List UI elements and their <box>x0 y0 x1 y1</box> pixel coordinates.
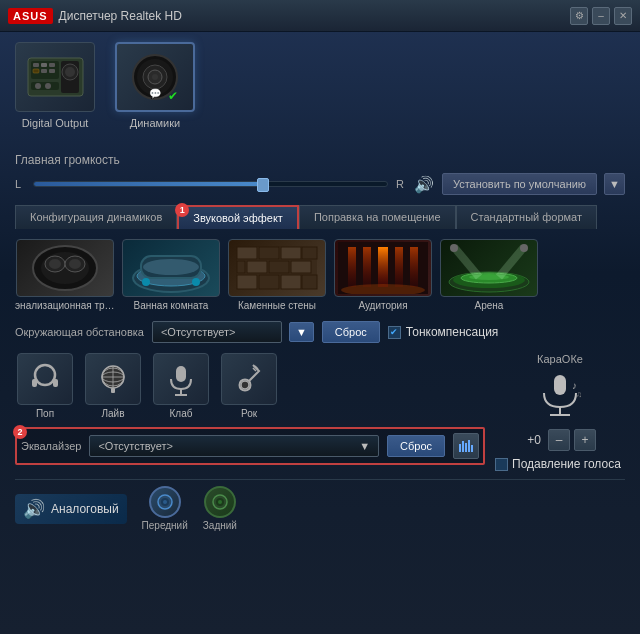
bottom-back[interactable]: Задний <box>203 486 237 531</box>
genre-live-label: Лайв <box>101 408 124 419</box>
settings-button[interactable]: ⚙ <box>570 7 588 25</box>
device-speakers[interactable]: 💬 ✔ Динамики <box>115 42 195 129</box>
environment-dropdown-arrow[interactable]: ▼ <box>289 322 314 342</box>
svg-rect-50 <box>395 247 403 287</box>
digital-output-svg <box>23 50 88 105</box>
effect-auditorium-label: Аудитория <box>333 300 433 311</box>
svg-point-31 <box>142 278 150 286</box>
equalizer-dropdown[interactable]: <Отсутствует> ▼ <box>89 435 379 457</box>
suppress-checkbox-row[interactable]: Подавление голоса <box>495 457 625 471</box>
front-label: Передний <box>142 520 188 531</box>
title-bar: ASUS Диспетчер Realtek HD ⚙ – ✕ <box>0 0 640 32</box>
svg-point-10 <box>65 67 75 77</box>
genre-club[interactable]: Клаб <box>151 353 211 419</box>
suppress-label: Подавление голоса <box>512 457 621 471</box>
equalizer-reset-btn[interactable]: Сброс <box>387 435 445 457</box>
genre-live[interactable]: Лайв <box>83 353 143 419</box>
eq-number-badge: 2 <box>13 425 27 439</box>
svg-point-91 <box>218 500 222 504</box>
karaoke-section: КараОКе ♪ ♫ +0 – + П <box>495 353 625 471</box>
effect-auditorium-svg <box>338 242 428 294</box>
equalizer-dropdown-arrow: ▼ <box>359 440 370 452</box>
asus-logo-text: ASUS <box>8 8 53 24</box>
close-button[interactable]: ✕ <box>614 7 632 25</box>
svg-rect-38 <box>247 261 267 273</box>
effect-arena-label: Арена <box>439 300 539 311</box>
tab-format-label: Стандартный формат <box>471 211 582 223</box>
back-label: Задний <box>203 520 237 531</box>
tab-effect-number: 1 <box>175 203 189 217</box>
effect-arena[interactable]: Арена <box>439 239 539 311</box>
app-title: Диспетчер Realtek HD <box>59 9 570 23</box>
genre-rock-icon <box>221 353 277 405</box>
karaoke-icon-area: ♪ ♫ <box>495 371 625 423</box>
svg-line-57 <box>454 247 479 277</box>
device-digital-icon <box>15 42 95 112</box>
minimize-button[interactable]: – <box>592 7 610 25</box>
bottom-front[interactable]: Передний <box>142 486 188 531</box>
svg-rect-40 <box>291 261 311 273</box>
genre-club-icon <box>153 353 209 405</box>
genre-club-label: Клаб <box>170 408 193 419</box>
karaoke-mic-svg: ♪ ♫ <box>530 371 590 423</box>
effect-auditorium[interactable]: Аудитория <box>333 239 433 311</box>
svg-rect-5 <box>33 69 39 73</box>
tab-room[interactable]: Поправка на помещение <box>299 205 456 229</box>
svg-rect-42 <box>237 275 257 289</box>
device-digital-output[interactable]: Digital Output <box>15 42 95 129</box>
svg-rect-51 <box>410 247 418 287</box>
svg-rect-44 <box>281 275 301 289</box>
genre-pop-label: Поп <box>36 408 54 419</box>
effects-grid: энализационная труб Ванная комната <box>15 239 625 311</box>
analog-label: Аналоговый <box>51 502 119 516</box>
svg-rect-63 <box>53 379 58 387</box>
devices-row: Digital Output 💬 ✔ Динамики <box>15 42 625 139</box>
tabs-row: Конфигурация динамиков 1 Звуковой эффект… <box>15 205 625 229</box>
svg-rect-49 <box>378 247 388 287</box>
genre-pop[interactable]: Поп <box>15 353 75 419</box>
toncomp-checkbox-row[interactable]: ✔ Тонкомпенсация <box>388 325 499 339</box>
svg-rect-6 <box>41 69 47 73</box>
analog-badge[interactable]: 🔊 Аналоговый <box>15 494 127 524</box>
tab-format[interactable]: Стандартный формат <box>456 205 597 229</box>
device-speakers-label: Динамики <box>130 117 180 129</box>
genre-pop-icon <box>17 353 73 405</box>
karaoke-minus-btn[interactable]: – <box>548 429 570 451</box>
default-btn[interactable]: Установить по умолчанию <box>442 173 597 195</box>
effect-auditorium-thumb <box>334 239 432 297</box>
effect-stone[interactable]: Каменные стены <box>227 239 327 311</box>
svg-rect-70 <box>176 366 186 382</box>
svg-rect-69 <box>111 388 115 393</box>
svg-rect-36 <box>281 247 301 259</box>
karaoke-controls: +0 – + <box>495 429 625 451</box>
effect-bathroom-label: Ванная комната <box>121 300 221 311</box>
svg-point-30 <box>143 259 199 275</box>
svg-point-59 <box>450 244 458 252</box>
svg-rect-79 <box>468 440 470 452</box>
svg-text:💬: 💬 <box>149 87 162 100</box>
suppress-checkbox[interactable] <box>495 458 508 471</box>
volume-section: Главная громкость L R 🔊 Установить по ум… <box>15 153 625 195</box>
tab-effect-label: Звуковой эффект <box>193 212 283 224</box>
volume-speaker-icon[interactable]: 🔊 <box>414 175 434 194</box>
effect-arena-thumb <box>440 239 538 297</box>
equalizer-icon-btn[interactable] <box>453 433 479 459</box>
main-content: Digital Output 💬 ✔ Динамики <box>0 32 640 634</box>
genre-rock[interactable]: Рок <box>219 353 279 419</box>
window-controls: ⚙ – ✕ <box>570 7 632 25</box>
tab-effect[interactable]: 1 Звуковой эффект <box>177 205 299 229</box>
environment-reset-btn[interactable]: Сброс <box>322 321 380 343</box>
karaoke-plus-btn[interactable]: + <box>574 429 596 451</box>
svg-rect-62 <box>32 379 37 387</box>
environment-dropdown[interactable]: <Отсутствует> <box>152 321 282 343</box>
karaoke-value: +0 <box>524 433 544 447</box>
volume-slider[interactable] <box>33 181 388 187</box>
tab-config[interactable]: Конфигурация динамиков <box>15 205 177 229</box>
effect-tube[interactable]: энализационная труб <box>15 239 115 311</box>
volume-fill <box>34 182 263 186</box>
volume-thumb[interactable] <box>257 178 269 192</box>
svg-rect-4 <box>49 63 55 67</box>
effect-bathroom[interactable]: Ванная комната <box>121 239 221 311</box>
toncomp-checkbox[interactable]: ✔ <box>388 326 401 339</box>
default-btn-arrow[interactable]: ▼ <box>604 173 625 195</box>
